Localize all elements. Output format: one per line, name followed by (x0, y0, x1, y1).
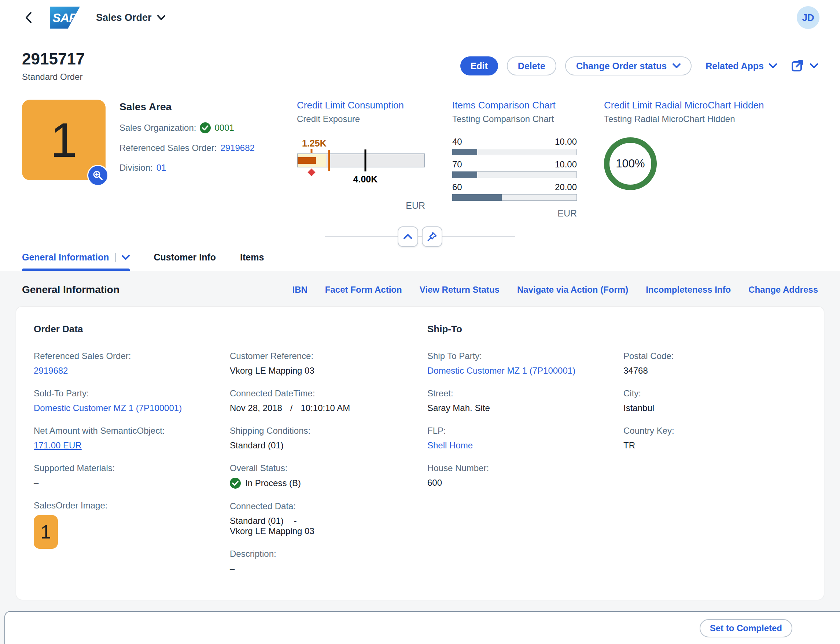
flp-value-link[interactable]: Shell Home (427, 440, 473, 450)
ship-to-party-value-link[interactable]: Domestic Customer MZ 1 (7P100001) (427, 366, 575, 376)
sap-logo: SAP (50, 7, 80, 29)
shipping-conditions-field: Shipping Conditions: Standard (01) (230, 426, 413, 450)
header-collapse-zone (0, 224, 840, 250)
comparison-row-title: 40 (452, 136, 462, 147)
referenced-sales-order-label: Referenced Sales Order: (119, 143, 217, 153)
items-comparison-title[interactable]: Items Comparison Chart (452, 100, 577, 111)
customer-reference-field: Customer Reference: Vkorg LE Mapping 03 (230, 351, 413, 376)
comparison-row-value: 20.00 (555, 182, 577, 192)
flp-field: FLP: Shell Home (427, 426, 610, 450)
house-number-field: House Number: 600 (427, 463, 610, 488)
avatar[interactable]: JD (797, 6, 819, 29)
change-address-link[interactable]: Change Address (748, 285, 818, 295)
comparison-row-title: 60 (452, 182, 462, 192)
connected-datetime-value: Nov 28, 2018/10:10:10 AM (230, 403, 413, 413)
incompleteness-info-link[interactable]: Incompleteness Info (646, 285, 731, 295)
success-check-icon (200, 122, 211, 133)
field-label: City: (623, 388, 806, 399)
order-image-number: 1 (50, 112, 77, 168)
shipping-conditions-value: Standard (01) (230, 440, 413, 450)
description-field: Description: – (230, 549, 413, 574)
overall-status-value: In Process (B) (230, 478, 413, 489)
field-label: Shipping Conditions: (230, 426, 413, 436)
ship-to-party-field: Ship To Party: Domestic Customer MZ 1 (7… (427, 351, 610, 376)
sold-to-party-value-link[interactable]: Domestic Customer MZ 1 (7P100001) (34, 403, 182, 413)
comparison-row-value: 10.00 (555, 159, 577, 169)
share-button[interactable] (791, 59, 818, 73)
set-to-completed-button[interactable]: Set to Completed (700, 619, 792, 637)
ship-to-col-2: Postal Code: 34768 City: Istanbul Countr… (623, 351, 806, 500)
referenced-sales-order-field: Referenced Sales Order: 2919682 (34, 351, 217, 376)
net-amount-value-link[interactable]: 171.00 EUR (34, 440, 82, 450)
order-type: Standard Order (22, 72, 85, 82)
field-label: Supported Materials: (34, 463, 217, 473)
chevron-down-icon (157, 15, 166, 21)
sales-area-title: Sales Area (119, 101, 266, 113)
comparison-row: 60 20.00 (452, 182, 577, 201)
sales-order-image-thumbnail: 1 (34, 515, 58, 549)
sales-order-page: SAP Sales Order JD 2915717 Standard Orde… (0, 0, 840, 644)
referenced-sales-order-link[interactable]: 2919682 (220, 143, 254, 153)
app-title-menu[interactable]: Sales Order (96, 12, 166, 23)
credit-limit-consumption-title[interactable]: Credit Limit Consumption (297, 100, 425, 111)
comparison-bar-fill (452, 149, 477, 155)
navigate-via-action-form-link[interactable]: Navigate via Action (Form) (517, 285, 628, 295)
delete-button[interactable]: Delete (507, 56, 556, 76)
house-number-value: 600 (427, 478, 610, 488)
order-number: 2915717 (22, 50, 85, 68)
field-label: Customer Reference: (230, 351, 413, 361)
bullet-unit: EUR (297, 200, 425, 211)
tab-general-information[interactable]: General Information (22, 252, 130, 271)
object-title-bar: 2915717 Standard Order Edit Delete Chang… (0, 35, 840, 82)
bullet-tick-mark (328, 150, 330, 171)
credit-limit-radial-chart: Credit Limit Radial MicroChart Hidden Te… (604, 100, 764, 190)
related-apps-button[interactable]: Related Apps (705, 61, 777, 71)
sold-to-party-field: Sold-To Party: Domestic Customer MZ 1 (7… (34, 388, 217, 413)
back-button[interactable] (21, 10, 37, 26)
magnifier-plus-icon (92, 170, 103, 181)
sales-order-image-tile: 1 (22, 100, 105, 180)
sales-organization-label: Sales Organization: (119, 123, 196, 133)
footer-toolbar: Set to Completed (4, 611, 840, 644)
radial-chart: 100% (604, 137, 657, 190)
tab-customer-info[interactable]: Customer Info (154, 252, 216, 271)
back-chevron-icon (25, 12, 33, 24)
credit-limit-radial-title[interactable]: Credit Limit Radial MicroChart Hidden (604, 100, 764, 111)
credit-limit-consumption-chart: Credit Limit Consumption Credit Exposure… (297, 100, 425, 211)
change-order-status-button[interactable]: Change Order status (565, 56, 692, 76)
ship-to-title: Ship-To (427, 324, 806, 335)
customer-reference-value: Vkorg LE Mapping 03 (230, 366, 413, 376)
view-return-status-link[interactable]: View Return Status (420, 285, 499, 295)
items-comparison-subtitle: Testing Comparison Chart (452, 114, 577, 124)
bullet-bar (297, 153, 425, 168)
bullet-actual-bar (298, 157, 316, 164)
country-key-value: TR (623, 440, 806, 450)
section-actions: IBN Facet Form Action View Return Status… (292, 285, 818, 295)
tab-general-information-label: General Information (22, 252, 109, 263)
general-information-card: Order Data Referenced Sales Order: 29196… (16, 307, 824, 600)
postal-code-field: Postal Code: 34768 (623, 351, 806, 376)
edit-button[interactable]: Edit (460, 56, 498, 76)
general-information-section-header: General Information IBN Facet Form Actio… (16, 284, 824, 296)
bullet-chart: 1.25K 4.00K (297, 138, 425, 193)
chevron-down-icon[interactable] (122, 255, 130, 260)
pin-header-button[interactable] (422, 227, 442, 247)
connected-datetime-field: Connected DateTime: Nov 28, 2018/10:10:1… (230, 388, 413, 413)
collapse-header-button[interactable] (398, 227, 418, 247)
referenced-sales-order-value-link[interactable]: 2919682 (34, 366, 68, 376)
radial-value: 100% (616, 157, 645, 170)
field-label: Country Key: (623, 426, 806, 436)
zoom-image-button[interactable] (87, 165, 109, 186)
division-link[interactable]: 01 (156, 163, 166, 173)
facet-form-action-link[interactable]: Facet Form Action (325, 285, 402, 295)
chevron-up-icon (403, 234, 413, 240)
field-label: FLP: (427, 426, 610, 436)
shell-header: SAP Sales Order JD (0, 0, 840, 35)
city-field: City: Istanbul (623, 388, 806, 413)
items-comparison-chart: Items Comparison Chart Testing Compariso… (452, 100, 577, 219)
tab-items[interactable]: Items (240, 252, 264, 271)
credit-limit-radial-subtitle: Testing Radial MicroChart Hidden (604, 114, 764, 124)
chevron-down-icon (769, 63, 777, 69)
ibn-link[interactable]: IBN (292, 285, 308, 295)
connected-data-field: Connected Data: Standard (01)- Vkorg LE … (230, 501, 413, 536)
